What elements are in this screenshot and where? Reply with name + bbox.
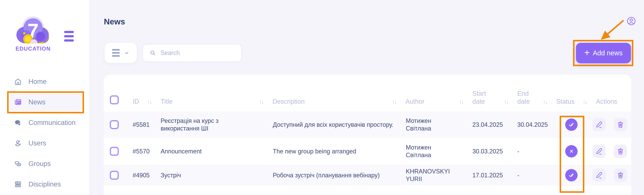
cell-author: Мотижен Світлана	[401, 144, 468, 159]
add-news-label: Add news	[593, 49, 623, 57]
edit-button[interactable]	[592, 118, 606, 131]
chevron-down-icon	[124, 50, 130, 56]
sidebar-item-label: News	[28, 98, 46, 106]
cell-title: Announcement	[156, 147, 268, 155]
cell-description: Робоча зустріч (планування вебінару)	[268, 171, 401, 179]
status-inactive-toggle[interactable]	[565, 145, 578, 157]
edit-pencil-icon	[595, 121, 603, 128]
sidebar-item-home[interactable]: Home	[0, 71, 89, 92]
status-active-toggle[interactable]	[565, 118, 578, 131]
sort-icon[interactable]: ↑↓	[459, 98, 464, 105]
cloud-logo-icon: 7	[12, 14, 54, 46]
sidebar-item-groups[interactable]: Groups	[0, 153, 89, 174]
column-header-start-date[interactable]: Start date ↑↓	[468, 90, 512, 105]
home-icon	[14, 78, 22, 86]
sort-icon[interactable]: ↑↓	[259, 98, 264, 105]
trash-icon	[617, 171, 624, 179]
users-icon	[14, 139, 22, 147]
brand-name: EDUCATION	[12, 46, 54, 52]
column-header-end-date[interactable]: End date ↑↓	[512, 90, 552, 105]
cell-title: Зустріч	[156, 171, 268, 179]
select-all-checkbox[interactable]	[110, 95, 119, 104]
sidebar-item-users[interactable]: Users	[0, 133, 89, 153]
double-check-icon	[568, 121, 575, 128]
sidebar-item-label: Users	[28, 139, 46, 147]
row-checkbox[interactable]	[110, 120, 119, 129]
page-title: News	[104, 17, 125, 26]
filter-button[interactable]	[105, 43, 137, 63]
sidebar: 7 EDUCATION Home	[0, 0, 89, 195]
sidebar-nav: Home News Communication	[0, 71, 89, 194]
search-input[interactable]	[160, 49, 242, 57]
sort-icon[interactable]: ↑↓	[583, 98, 588, 105]
communication-icon	[14, 119, 22, 127]
table-row: #5570 Announcement The new group being a…	[104, 139, 631, 165]
sidebar-item-label: Groups	[28, 160, 51, 167]
cell-start-date: 23.04.2025	[468, 121, 512, 128]
brand-logo: 7 EDUCATION	[12, 14, 54, 52]
sort-icon[interactable]: ↑↓	[147, 98, 152, 105]
filter-list-icon	[112, 49, 120, 57]
sidebar-item-label: Communication	[28, 119, 76, 126]
cell-end-date: -	[512, 147, 552, 155]
x-icon	[568, 148, 574, 154]
sidebar-item-communication[interactable]: Communication	[0, 112, 89, 133]
row-checkbox[interactable]	[110, 171, 119, 180]
trash-icon	[617, 121, 624, 128]
search-icon	[149, 49, 156, 57]
cell-start-date: 17.01.2025	[468, 171, 512, 179]
sidebar-item-label: Disciplines	[28, 180, 61, 188]
column-header-id[interactable]: ID ↑↓	[128, 98, 156, 105]
sidebar-hamburger-icon[interactable]	[64, 31, 74, 42]
sidebar-item-label: Home	[28, 78, 46, 85]
groups-icon	[14, 160, 22, 168]
column-header-status[interactable]: Status ↑↓	[552, 98, 591, 105]
cell-end-date: -	[512, 171, 552, 179]
news-table-card: ID ↑↓ Title ↑↓ Description ↑↓ Author ↑↓ …	[104, 75, 631, 195]
cell-description: The new group being arranged	[268, 147, 401, 155]
annotation-arrow	[596, 17, 628, 43]
column-header-actions: Actions	[591, 98, 631, 105]
edit-pencil-icon	[595, 171, 603, 179]
cell-id: #5581	[128, 121, 156, 128]
trash-icon	[617, 147, 624, 155]
column-header-title[interactable]: Title ↑↓	[156, 98, 268, 105]
edit-button[interactable]	[592, 168, 606, 182]
column-header-description[interactable]: Description ↑↓	[268, 98, 401, 105]
cell-author: Мотижен Світлана	[401, 117, 468, 132]
table-header-row: ID ↑↓ Title ↑↓ Description ↑↓ Author ↑↓ …	[104, 75, 631, 111]
sort-icon[interactable]: ↑↓	[392, 98, 397, 105]
add-news-button[interactable]: + Add news	[576, 43, 631, 63]
disciplines-icon	[14, 180, 22, 188]
cell-end-date: 30.04.2025	[512, 121, 552, 128]
user-avatar-icon[interactable]	[626, 16, 636, 26]
delete-button[interactable]	[614, 145, 627, 158]
table-row: #5581 Реєстрація на курс з використання …	[104, 111, 631, 139]
sort-icon[interactable]: ↑↓	[543, 98, 548, 105]
row-checkbox[interactable]	[110, 147, 119, 156]
sidebar-item-news[interactable]: News	[9, 93, 82, 111]
delete-button[interactable]	[614, 168, 627, 182]
double-check-icon	[568, 171, 575, 179]
news-icon	[14, 98, 22, 106]
sort-icon[interactable]: ↑↓	[504, 98, 509, 105]
edit-button[interactable]	[592, 145, 606, 158]
cell-start-date: 30.03.2025	[468, 147, 512, 155]
cell-id: #4905	[128, 171, 156, 179]
cell-id: #5570	[128, 147, 156, 155]
cell-author: KHRANOVSKYI YURII	[401, 167, 468, 183]
table-row: #4905 Зустріч Робоча зустріч (планування…	[104, 165, 631, 187]
search-box	[142, 44, 242, 62]
edit-pencil-icon	[595, 147, 603, 155]
sidebar-item-disciplines[interactable]: Disciplines	[0, 174, 89, 194]
delete-button[interactable]	[614, 118, 627, 131]
column-header-author[interactable]: Author ↑↓	[401, 98, 468, 105]
status-active-toggle[interactable]	[565, 169, 578, 181]
cell-description: Доступний для всіх користувачів простору…	[268, 121, 401, 128]
cell-title: Реєстрація на курс з використання ШІ	[156, 117, 268, 132]
